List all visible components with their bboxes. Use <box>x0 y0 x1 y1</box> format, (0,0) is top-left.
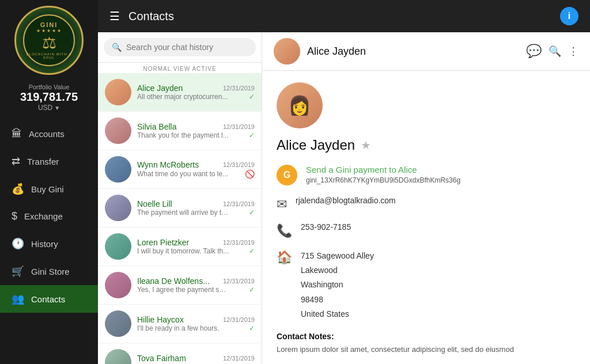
msg-check: ✓ <box>249 286 255 294</box>
gini-payment-row: G Send a Gini payment to Alice gini_13Xr… <box>277 165 576 185</box>
chat-panel: 🔍 NORMAL VIEW ACTIVE Alice Jayden 12/31/… <box>98 32 262 364</box>
normal-view-label: NORMAL VIEW ACTIVE <box>98 63 262 73</box>
contact-name: Alice Jayden <box>137 84 183 93</box>
contact-list: Alice Jayden 12/31/2019 All other major … <box>98 73 262 364</box>
contact-preview: I will buy it tomorrow. Talk th... <box>137 247 229 255</box>
list-item[interactable]: Hillie Haycox 12/31/2019 I'll be ready i… <box>98 305 262 343</box>
sidebar-item-label: Exchange <box>24 211 63 221</box>
email-icon: ✉ <box>277 197 287 212</box>
contact-date: 12/31/2019 <box>223 355 255 362</box>
contact-date: 12/31/2019 <box>223 278 255 285</box>
list-item[interactable]: Wynn McRoberts 12/31/2019 What time do y… <box>98 150 262 189</box>
contact-info: Wynn McRoberts 12/31/2019 What time do y… <box>137 160 255 179</box>
accounts-icon: 🏛 <box>12 128 22 140</box>
contact-preview: Thank you for the payment l... <box>137 131 229 139</box>
sidebar-item-buy-gini[interactable]: 💰Buy Gini <box>0 175 98 203</box>
contact-info: Alice Jayden 12/31/2019 All other major … <box>137 84 255 101</box>
contact-preview: Yes, I agree the payment sho... <box>137 286 229 294</box>
email-row: ✉ rjalenda@blogtalkradio.com <box>277 196 576 212</box>
avatar <box>105 79 131 105</box>
address-text: 715 Sagewood Alley Lakewood Washington 9… <box>301 249 576 321</box>
contact-date: 12/31/2019 <box>223 316 255 323</box>
page-title: Contacts <box>128 10 551 23</box>
menu-icon[interactable]: ☰ <box>109 9 120 23</box>
logo-stars: ★★★★★ <box>36 28 62 33</box>
portfolio-currency[interactable]: USD ▼ <box>38 104 60 112</box>
star-icon[interactable]: ★ <box>361 138 371 152</box>
address-line3: Washington <box>301 278 576 292</box>
avatar <box>105 156 131 183</box>
msg-check: ✓ <box>249 247 255 255</box>
gini-logo-icon: G <box>277 165 297 185</box>
contact-name: Noelle Lill <box>137 199 172 208</box>
address-line2: Lakewood <box>301 263 576 278</box>
search-icon: 🔍 <box>112 43 122 52</box>
currency-dropdown-arrow[interactable]: ▼ <box>54 105 60 111</box>
contact-notes: Contact Notes: Lorem ipsum dolor sit ame… <box>277 332 576 355</box>
gini-payment-info: Send a Gini payment to Alice gini_13XrR6… <box>306 165 576 185</box>
sidebar-item-exchange[interactable]: $Exchange <box>0 203 98 230</box>
portfolio-label: Portfolio Value <box>29 84 70 90</box>
sidebar-item-history[interactable]: 🕐History <box>0 230 98 257</box>
contact-info: Hillie Haycox 12/31/2019 I'll be ready i… <box>137 315 255 332</box>
chat-icon[interactable]: 💬 <box>526 44 542 59</box>
list-item[interactable]: Silvia Bella 12/31/2019 Thank you for th… <box>98 112 262 150</box>
sidebar-item-gini-store[interactable]: 🛒Gini Store <box>0 257 98 285</box>
msg-check: ✓ <box>249 131 255 139</box>
email-text: rjalenda@blogtalkradio.com <box>296 196 396 205</box>
address-line1: 715 Sagewood Alley <box>301 249 576 263</box>
contacts-icon: 👥 <box>12 293 24 305</box>
gini-payment-link[interactable]: Send a Gini payment to Alice <box>306 165 576 175</box>
contact-preview: What time do you want to le... <box>137 170 228 178</box>
avatar <box>105 195 131 221</box>
detail-header-avatar <box>274 38 300 65</box>
detail-search-icon[interactable]: 🔍 <box>549 45 561 58</box>
list-item[interactable]: Alice Jayden 12/31/2019 All other major … <box>98 73 262 112</box>
avatar <box>105 233 131 260</box>
contact-date: 12/31/2019 <box>223 161 255 168</box>
top-header: ☰ Contacts i <box>98 0 590 32</box>
contact-preview: All other major cryptocurren... <box>137 93 228 101</box>
logo-gini-text: GINI <box>40 21 58 28</box>
contact-preview: The payment will arrive by to... <box>137 208 229 217</box>
detail-panel: Alice Jayden 💬 🔍 ⋮ 👩 Alice Jayden ★ G Se <box>262 32 590 364</box>
sidebar-item-transfer[interactable]: ⇄Transfer <box>0 147 98 175</box>
logo-tagline: BLOCKCHAIN WITH A SOUL <box>24 52 74 59</box>
search-input[interactable] <box>126 43 248 52</box>
contact-name: Loren Pietzker <box>137 238 189 247</box>
contact-preview: I'll be ready in a few hours. <box>137 324 219 332</box>
detail-contact-name: Alice Jayden <box>277 137 355 153</box>
contact-date: 12/31/2019 <box>223 85 255 92</box>
content-area: 🔍 NORMAL VIEW ACTIVE Alice Jayden 12/31/… <box>98 32 590 364</box>
sidebar-item-accounts[interactable]: 🏛Accounts <box>0 120 98 147</box>
msg-check: ✓ <box>249 93 255 101</box>
contact-date: 12/31/2019 <box>223 200 255 207</box>
address-icon: 🏠 <box>277 250 292 265</box>
scales-icon: ⚖ <box>42 33 56 52</box>
gini-address: gini_13XrR6hK7YKgYmBU9i5DGxdxBfhKmRs36g <box>306 176 460 184</box>
history-icon: 🕐 <box>12 237 24 250</box>
detail-more-icon[interactable]: ⋮ <box>568 45 578 58</box>
contact-info: Loren Pietzker 12/31/2019 I will buy it … <box>137 238 255 255</box>
sidebar-nav: 🏛Accounts⇄Transfer💰Buy Gini$Exchange🕐His… <box>0 120 98 313</box>
notes-title: Contact Notes: <box>277 332 576 341</box>
sidebar: GINI ★★★★★ ⚖ BLOCKCHAIN WITH A SOUL Port… <box>0 0 98 364</box>
contact-info: Noelle Lill 12/31/2019 The payment will … <box>137 199 255 217</box>
portfolio-value: 319,781.75 <box>20 90 78 104</box>
buy-gini-icon: 💰 <box>12 183 24 195</box>
msg-check: ✓ <box>249 208 255 217</box>
phone-row: 📞 253-902-7185 <box>277 222 576 238</box>
gini-store-icon: 🛒 <box>12 265 24 278</box>
contact-name: Hillie Haycox <box>137 315 184 324</box>
sidebar-item-contacts[interactable]: 👥Contacts <box>0 285 98 313</box>
list-item[interactable]: Tova Fairham 12/31/2019 I will pick you … <box>98 343 262 364</box>
phone-text: 253-902-7185 <box>301 222 351 232</box>
list-item[interactable]: Ileana De Wolfens... 12/31/2019 Yes, I a… <box>98 266 262 305</box>
info-button[interactable]: i <box>560 7 578 25</box>
list-item[interactable]: Noelle Lill 12/31/2019 The payment will … <box>98 189 262 227</box>
address-row: 🏠 715 Sagewood Alley Lakewood Washington… <box>277 249 576 321</box>
list-item[interactable]: Loren Pietzker 12/31/2019 I will buy it … <box>98 227 262 266</box>
contact-info: Silvia Bella 12/31/2019 Thank you for th… <box>137 122 255 139</box>
exchange-icon: $ <box>12 210 17 222</box>
avatar <box>105 310 131 337</box>
